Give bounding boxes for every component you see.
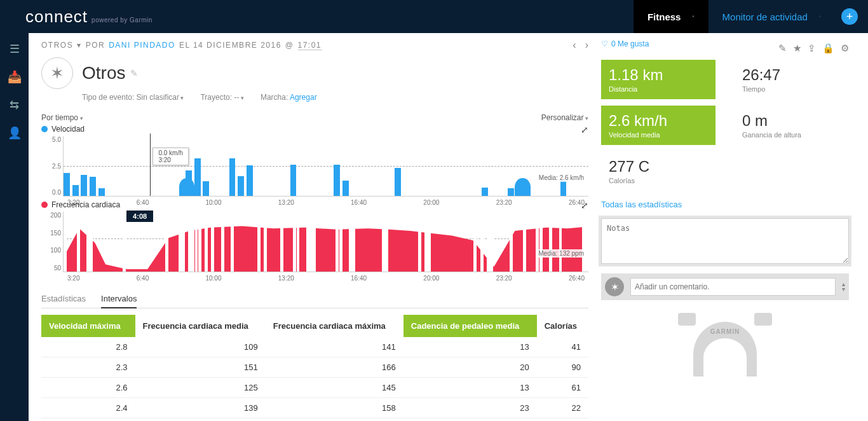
header-tabs: Fitness• Monitor de actividad• + [634, 0, 862, 33]
tab-fitness[interactable]: Fitness• [634, 0, 709, 33]
top-header: connect powered by Garmin Fitness• Monit… [0, 0, 868, 33]
add-button[interactable]: + [841, 8, 858, 25]
brand-logo: connect powered by Garmin [25, 7, 153, 27]
plus-icon: + [846, 10, 853, 24]
tab-fitness-label: Fitness [648, 11, 681, 22]
tab-activity-monitor[interactable]: Monitor de actividad• [709, 0, 835, 33]
brand-text: connect [25, 7, 88, 27]
brand-subtext: powered by Garmin [92, 17, 153, 24]
tab-activity-label: Monitor de actividad [722, 11, 808, 22]
